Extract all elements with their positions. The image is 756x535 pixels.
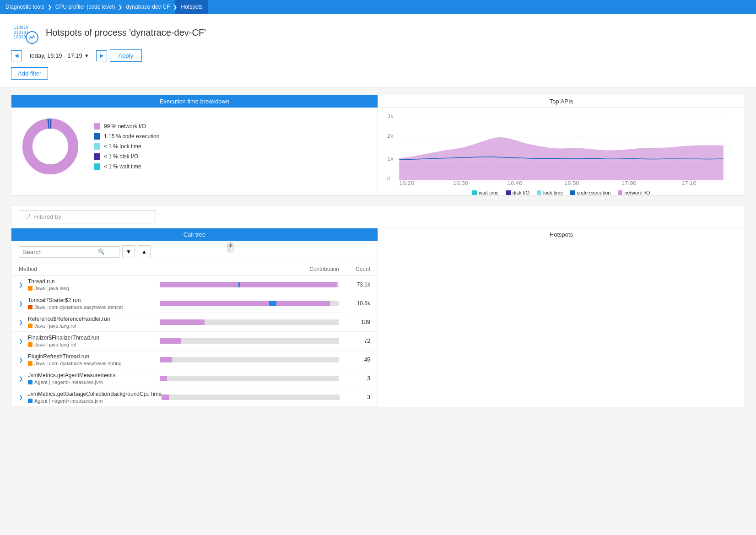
breadcrumb-item-hotspots[interactable]: Hotspots (175, 0, 208, 14)
expand-icon[interactable]: ❯ (19, 282, 25, 288)
method-pkg: Java | java.lang.ref (28, 342, 160, 347)
count-value: 189 (343, 319, 370, 325)
svg-text:2k: 2k (387, 134, 394, 139)
charts-section: Execution time breakdown (11, 95, 745, 196)
method-name: JvmMetrics.getGarbageCollectionBackgroun… (28, 391, 162, 397)
pkg-dot (28, 305, 32, 309)
table-row[interactable]: ❯ PluginRefreshThread.run Java | com.dyn… (11, 351, 378, 369)
contribution-bar (160, 319, 343, 325)
donut-chart (21, 117, 80, 176)
legend-disk-io: < 1 % disk I/O (94, 153, 159, 160)
method-name: Tomcat7Starter$2.run (28, 297, 160, 303)
lock-time-color (94, 143, 100, 150)
pkg-dot (28, 361, 32, 366)
method-pkg: Agent | <agent>.measures.jvm (28, 379, 160, 385)
filter-input[interactable]: ⛉ Filtered by (19, 210, 156, 223)
legend-lock-time-chart: lock time (537, 190, 563, 195)
pkg-dot (28, 342, 32, 347)
wait-time-color (94, 163, 100, 170)
legend-network-io: 99 % network I/O (94, 123, 159, 130)
table-row[interactable]: ❯ Thread.run Java | java.lang (11, 276, 378, 294)
method-info: JvmMetrics.getAgentMeasurements Agent | … (28, 372, 160, 385)
legend-wait-time-chart: wait time (472, 190, 498, 195)
apply-button[interactable]: Apply (110, 49, 142, 62)
expand-icon[interactable]: ❯ (19, 301, 25, 307)
time-prev-button[interactable]: ◀ (11, 50, 22, 61)
expand-icon[interactable]: ❯ (19, 338, 25, 344)
sort-asc-button[interactable]: ▲ (138, 245, 151, 258)
method-name: Thread.run (28, 278, 160, 285)
filter-section: ⛉ Filtered by Call tree 🔍 ▼ ▲ Me (11, 205, 745, 407)
main-content: Execution time breakdown (0, 87, 756, 415)
svg-text:16:50: 16:50 (564, 181, 579, 186)
table-header: Method Contribution Count (11, 263, 378, 276)
calltree-hotspots: Call tree 🔍 ▼ ▲ Method Contribution Coun… (11, 228, 745, 407)
method-pkg: Agent | <agent>.measures.jvm (28, 398, 162, 404)
svg-text:1k: 1k (387, 157, 394, 162)
add-filter-button[interactable]: Add filter (11, 67, 48, 80)
method-name: JvmMetrics.getAgentMeasurements (28, 372, 160, 378)
contribution-bar (160, 338, 343, 344)
svg-text:16:20: 16:20 (399, 181, 414, 186)
svg-text:0: 0 (387, 176, 391, 181)
search-input-wrap[interactable]: 🔍 (19, 246, 119, 258)
method-name: Reference$ReferenceHandler.run (28, 316, 160, 322)
method-info: PluginRefreshThread.run Java | com.dynat… (28, 353, 160, 366)
time-next-button[interactable]: ▶ (96, 50, 107, 61)
method-info: Tomcat7Starter$2.run Java | com.dynatrac… (28, 297, 160, 310)
count-value: 10.6k (343, 300, 370, 307)
search-icon: 🔍 (98, 249, 105, 255)
chevron-down-icon: ▾ (85, 52, 88, 59)
expand-icon[interactable]: ❯ (19, 394, 25, 400)
method-name: Finalizer$FinalizerThread.run (28, 335, 160, 341)
legend-wait-time: < 1 % wait time (94, 163, 159, 170)
breadcrumb-item-cpu[interactable]: CPU profiler (code level) (50, 0, 121, 14)
table-row[interactable]: ❯ JvmMetrics.getAgentMeasurements Agent … (11, 369, 378, 388)
legend-code-exec-chart: code execution (570, 190, 610, 195)
contribution-bar (160, 357, 343, 362)
app-logo: 110010010101100101010 (11, 21, 38, 44)
method-pkg: Java | com.dynatrace.easytravel.spring (28, 361, 160, 366)
pkg-dot (28, 380, 32, 384)
breakdown-legend: 99 % network I/O 1.15 % code execution <… (94, 123, 159, 170)
top-apis-header: Top APIs (378, 95, 745, 108)
time-controls: ◀ today, 16:19 - 17:19 ▾ ▶ Apply (11, 49, 745, 62)
method-info: Finalizer$FinalizerThread.run Java | jav… (28, 335, 160, 347)
search-input[interactable] (23, 249, 96, 255)
call-tree-header: Call tree (11, 228, 378, 241)
svg-point-5 (32, 129, 68, 164)
method-info: Reference$ReferenceHandler.run Java | ja… (28, 316, 160, 329)
expand-icon[interactable]: ❯ (19, 319, 25, 325)
method-rows: ❯ Thread.run Java | java.lang (11, 276, 378, 407)
search-bar: 🔍 ▼ ▲ (11, 241, 378, 263)
disk-io-color (94, 153, 100, 160)
count-value: 72 (343, 338, 370, 344)
time-range-display[interactable]: today, 16:19 - 17:19 ▾ (25, 50, 93, 61)
breadcrumb-item-diagnostic[interactable]: Diagnostic tools (0, 0, 50, 14)
header-contribution: Contribution (160, 266, 343, 272)
method-info: JvmMetrics.getGarbageCollectionBackgroun… (28, 391, 162, 404)
svg-text:3k: 3k (387, 114, 394, 119)
method-pkg: Java | java.lang (28, 286, 160, 291)
method-name: PluginRefreshThread.run (28, 353, 160, 360)
execution-breakdown-panel: Execution time breakdown (11, 95, 378, 195)
top-apis-chart: 3k 2k 1k 0 16:20 16:30 16:40 16 (387, 113, 735, 186)
sort-desc-button[interactable]: ▼ (122, 245, 135, 258)
table-row[interactable]: ❯ Tomcat7Starter$2.run Java | com.dynatr… (11, 294, 378, 313)
expand-icon[interactable]: ❯ (19, 357, 25, 363)
breadcrumb-item-dynatrace[interactable]: dynatrace-dev-CF (120, 0, 175, 14)
svg-text:17:10: 17:10 (681, 181, 697, 186)
page-title: Hotspots of process 'dynatrace-dev-CF' (46, 27, 206, 38)
logo-icon (26, 31, 38, 44)
table-row[interactable]: ❯ Reference$ReferenceHandler.run Java | … (11, 313, 378, 332)
header-count: Count (343, 266, 370, 272)
expand-icon[interactable]: ❯ (19, 376, 25, 382)
legend-disk-io-chart: disk I/O (506, 190, 529, 195)
count-value: 3 (343, 375, 370, 382)
contribution-bar (160, 301, 343, 306)
legend-code-exec: 1.15 % code execution (94, 133, 159, 140)
method-info: Thread.run Java | java.lang (28, 278, 160, 291)
count-value: 3 (343, 394, 370, 400)
table-row[interactable]: ❯ Finalizer$FinalizerThread.run Java | j… (11, 332, 378, 351)
table-row[interactable]: ❯ JvmMetrics.getGarbageCollectionBackgro… (11, 388, 378, 407)
